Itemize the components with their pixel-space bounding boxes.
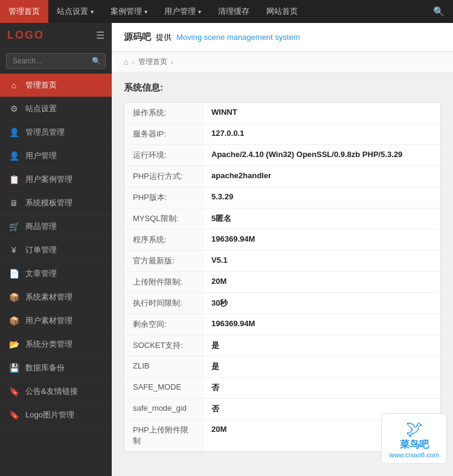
- sidebar-item-site-settings[interactable]: ⚙ 站点设置: [0, 97, 112, 121]
- nav-item-site-settings[interactable]: 站点设置 ▾: [48, 0, 102, 23]
- row-value: 5匿名: [203, 208, 440, 229]
- row-label: 程序系统:: [124, 230, 203, 250]
- watermark-url: www.cniao8.com: [389, 451, 439, 458]
- row-value: 196369.94M: [203, 314, 440, 335]
- row-value: Apache/2.4.10 (Win32) OpenSSL/0.9.8zb PH…: [203, 145, 440, 166]
- row-value: V5.1: [203, 251, 440, 271]
- shop-icon: 🛒: [8, 222, 19, 231]
- dropdown-arrow-icon: ▾: [198, 8, 201, 15]
- home-icon: ⌂: [8, 80, 19, 90]
- media-icon: 📦: [8, 316, 19, 326]
- section-title: 系统信息:: [124, 82, 441, 94]
- sidebar-item-notices[interactable]: 🔖 公告&友情链接: [0, 380, 112, 404]
- watermark-brand: 菜鸟吧: [389, 439, 439, 451]
- row-label: ZLIB: [124, 356, 203, 377]
- row-label: SOCKET支持:: [124, 335, 203, 356]
- row-label: safe_mode_gid: [124, 399, 203, 419]
- table-row: PHP运行方式: apache2handler: [124, 166, 440, 187]
- search-input[interactable]: [6, 53, 106, 69]
- sidebar-item-dashboard[interactable]: ⌂ 管理首页: [0, 74, 112, 97]
- category-icon: 📂: [8, 339, 19, 349]
- sidebar-item-articles[interactable]: 📄 文章管理: [0, 262, 112, 286]
- user-icon: 👤: [8, 127, 19, 137]
- table-row: 执行时间限制: 30秒: [124, 293, 440, 314]
- system-info-table: 操作系统: WINNT 服务器IP: 127.0.0.1 运行环境: Apach…: [124, 102, 441, 452]
- sidebar-menu: ⌂ 管理首页 ⚙ 站点设置 👤 管理员管理 👤 用户管理 📋 用户案例管理 🖥: [0, 74, 112, 476]
- sidebar-item-db-backup[interactable]: 💾 数据库备份: [0, 356, 112, 380]
- media-icon: 📦: [8, 292, 19, 302]
- system-subtitle: Moving scene management system: [176, 33, 300, 42]
- image-icon: 🔖: [8, 410, 19, 420]
- row-label: PHP运行方式:: [124, 166, 203, 187]
- breadcrumb-separator: ›: [132, 58, 135, 66]
- main-header: 源码吧 提供 Moving scene management system: [112, 23, 453, 52]
- sidebar: LOGO ☰ 🔍 ⌂ 管理首页 ⚙ 站点设置 👤 管理员管理 👤 用户管理: [0, 23, 112, 476]
- sidebar-item-categories[interactable]: 📂 系统分类管理: [0, 333, 112, 356]
- home-icon: ⌂: [124, 57, 129, 66]
- gear-icon: ⚙: [8, 104, 19, 114]
- table-row: ZLIB 是: [124, 356, 440, 378]
- row-value: 是: [203, 356, 440, 377]
- row-label: 执行时间限制:: [124, 293, 203, 314]
- nav-item-dashboard[interactable]: 管理首页: [0, 0, 48, 23]
- row-label: 服务器IP:: [124, 124, 203, 144]
- row-value: 否: [203, 378, 440, 398]
- row-value: 30秒: [203, 293, 440, 314]
- table-row: SAFE_MODE 否: [124, 378, 440, 399]
- row-value: apache2handler: [203, 166, 440, 187]
- sidebar-item-user-cases[interactable]: 📋 用户案例管理: [0, 168, 112, 191]
- sidebar-item-products[interactable]: 🛒 商品管理: [0, 215, 112, 239]
- sidebar-item-templates[interactable]: 🖥 系统模板管理: [0, 191, 112, 215]
- list-icon: 📋: [8, 175, 19, 184]
- search-icon[interactable]: 🔍: [425, 6, 453, 17]
- sidebar-item-admin[interactable]: 👤 管理员管理: [0, 121, 112, 144]
- row-label: 操作系统:: [124, 103, 203, 123]
- row-value: WINNT: [203, 103, 440, 123]
- table-row: 上传附件限制: 20M: [124, 272, 440, 293]
- bookmark-icon: 🔖: [8, 387, 19, 396]
- table-row: MYSQL限制: 5匿名: [124, 208, 440, 230]
- row-value: 196369.94M: [203, 230, 440, 250]
- sidebar-logo: LOGO: [7, 29, 44, 42]
- sidebar-item-orders[interactable]: ¥ 订单管理: [0, 239, 112, 262]
- sidebar-item-user-mgmt[interactable]: 👤 用户管理: [0, 144, 112, 168]
- sidebar-item-user-media[interactable]: 📦 用户素材管理: [0, 309, 112, 333]
- nav-item-users[interactable]: 用户管理 ▾: [156, 0, 210, 23]
- table-row: 运行环境: Apache/2.4.10 (Win32) OpenSSL/0.9.…: [124, 145, 440, 166]
- row-label: 剩余空间:: [124, 314, 203, 335]
- table-row: 服务器IP: 127.0.0.1: [124, 124, 440, 145]
- user-icon: 👤: [8, 151, 19, 161]
- sidebar-header: LOGO ☰: [0, 23, 112, 48]
- breadcrumb: ⌂ › 管理首页 ›: [112, 52, 453, 72]
- watermark-badge: 🕊 菜鸟吧 www.cniao8.com: [381, 413, 447, 464]
- dropdown-arrow-icon: ▾: [144, 8, 147, 15]
- row-label: 运行环境:: [124, 145, 203, 166]
- nav-item-clear-cache[interactable]: 清理缓存: [210, 0, 258, 23]
- sidebar-item-sys-media[interactable]: 📦 系统素材管理: [0, 286, 112, 309]
- hamburger-icon[interactable]: ☰: [96, 30, 104, 41]
- dropdown-arrow-icon: ▾: [91, 8, 94, 15]
- top-navigation: 管理首页 站点设置 ▾ 案例管理 ▾ 用户管理 ▾ 清理缓存 网站首页 🔍: [0, 0, 453, 23]
- site-logo-text: 源码吧: [124, 31, 151, 43]
- table-row: 官方最新版: V5.1: [124, 251, 440, 272]
- table-row: PHP版本: 5.3.29: [124, 187, 440, 208]
- row-label: PHP版本:: [124, 187, 203, 208]
- template-icon: 🖥: [8, 198, 19, 208]
- row-label: MYSQL限制:: [124, 208, 203, 229]
- search-icon[interactable]: 🔍: [92, 57, 101, 65]
- table-row: SOCKET支持: 是: [124, 335, 440, 356]
- provides-text: 提供: [156, 32, 172, 43]
- database-icon: 💾: [8, 363, 19, 373]
- row-value: 5.3.29: [203, 187, 440, 208]
- nav-item-website[interactable]: 网站首页: [258, 0, 306, 23]
- row-label: PHP上传附件限制: [124, 420, 203, 451]
- nav-item-cases[interactable]: 案例管理 ▾: [102, 0, 156, 23]
- table-row: 操作系统: WINNT: [124, 103, 440, 124]
- table-row: 剩余空间: 196369.94M: [124, 314, 440, 335]
- sidebar-item-logo[interactable]: 🔖 Logo图片管理: [0, 404, 112, 427]
- row-label: 上传附件限制:: [124, 272, 203, 292]
- article-icon: 📄: [8, 269, 19, 278]
- row-label: SAFE_MODE: [124, 378, 203, 398]
- row-value: 是: [203, 335, 440, 356]
- breadcrumb-current: 管理首页: [138, 57, 167, 67]
